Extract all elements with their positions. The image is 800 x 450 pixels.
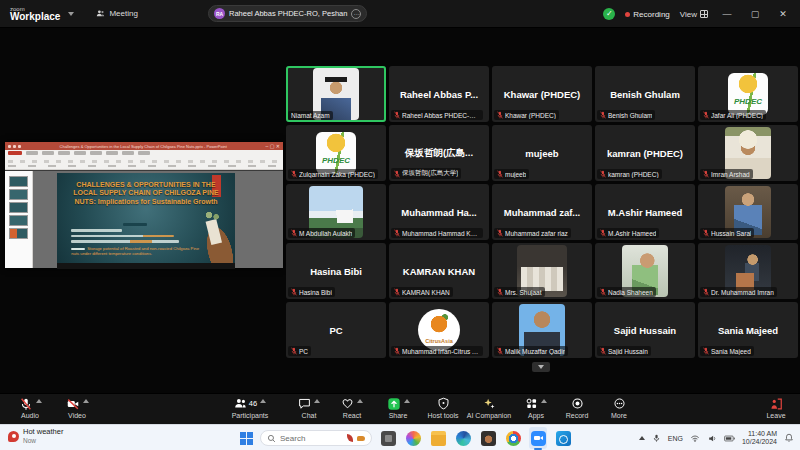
participant-name-label: 保坂哲朗(広島大学) bbox=[391, 168, 461, 179]
search-placeholder: Search bbox=[280, 434, 343, 443]
wifi-icon[interactable] bbox=[690, 434, 700, 443]
participant-tile[interactable]: Muhammad Ha... Muhammad Hammad Khalid bbox=[389, 184, 489, 240]
maximize-button[interactable]: ▢ bbox=[746, 9, 764, 19]
taskbar-app-zoom[interactable] bbox=[529, 427, 547, 449]
participants-options-chevron[interactable] bbox=[260, 399, 266, 403]
tray-mic-icon[interactable] bbox=[652, 433, 661, 443]
slide-thumbnail[interactable] bbox=[9, 189, 28, 200]
leave-button[interactable]: Leave bbox=[748, 396, 800, 424]
participant-tile[interactable]: mujeeb mujeeb bbox=[492, 125, 592, 181]
participant-tile[interactable]: Hussain Saral bbox=[698, 184, 798, 240]
participant-tile[interactable]: Muhammad zaf... Muhammad zafar riaz bbox=[492, 184, 592, 240]
participants-button[interactable]: 46 Participants bbox=[222, 396, 278, 424]
participant-tile[interactable]: Sajid Hussain Sajid Hussain bbox=[595, 302, 695, 358]
muted-mic-icon bbox=[291, 347, 297, 355]
participant-tile[interactable]: Raheel Abbas P... Raheel Abbas PHDEC-RO,… bbox=[389, 66, 489, 122]
view-button[interactable]: View bbox=[680, 10, 708, 19]
participant-tile[interactable]: M.Ashir Hameed M.Ashir Hameed bbox=[595, 184, 695, 240]
tab-meeting[interactable]: Meeting bbox=[96, 9, 137, 18]
taskbar-app-chrome[interactable] bbox=[504, 427, 522, 449]
slide-thumbnail-panel[interactable] bbox=[5, 171, 33, 268]
participant-tile[interactable]: PHDEC Jafar Ali (PHDEC) bbox=[698, 66, 798, 122]
muted-mic-icon bbox=[600, 288, 606, 296]
logo-workplace-text: Workplace bbox=[10, 12, 60, 22]
participant-tile[interactable]: PC PC bbox=[286, 302, 386, 358]
collapse-gallery-button[interactable] bbox=[532, 362, 550, 372]
participant-tile[interactable]: 保坂哲朗(広島... 保坂哲朗(広島大学) bbox=[389, 125, 489, 181]
host-tools-label: Host tools bbox=[427, 412, 458, 419]
participant-tile[interactable]: M Abdullah Aulakh bbox=[286, 184, 386, 240]
participant-name-label: Mrs. Shujaat bbox=[494, 287, 545, 297]
participant-tile[interactable]: kamran (PHDEC) kamran (PHDEC) bbox=[595, 125, 695, 181]
ribbon-tabs bbox=[8, 151, 150, 155]
participant-tile[interactable]: Dr. Muhammad Imran bbox=[698, 243, 798, 299]
task-view-button[interactable] bbox=[379, 427, 397, 449]
minimize-button[interactable]: — bbox=[718, 9, 736, 19]
security-shield-icon[interactable]: ✓ bbox=[603, 8, 615, 20]
video-options-chevron[interactable] bbox=[83, 399, 89, 403]
taskbar-app-edge[interactable] bbox=[454, 427, 472, 449]
video-button[interactable]: Video bbox=[49, 396, 105, 424]
participant-tile[interactable]: Khawar (PHDEC) Khawar (PHDEC) bbox=[492, 66, 592, 122]
apps-options-chevron[interactable] bbox=[541, 399, 547, 403]
taskbar-app-store[interactable] bbox=[479, 427, 497, 449]
search-daily-icon bbox=[357, 436, 365, 441]
participant-tile[interactable]: Niamat Azam bbox=[286, 66, 386, 122]
participant-tile[interactable]: Mrs. Shujaat bbox=[492, 243, 592, 299]
participant-tile[interactable]: PHDEC Zulqarnain Zaka (PHDEC) bbox=[286, 125, 386, 181]
more-button[interactable]: More bbox=[591, 396, 647, 424]
participant-tile[interactable]: Imran Arshad bbox=[698, 125, 798, 181]
participant-name-label: Zulqarnain Zaka (PHDEC) bbox=[288, 169, 378, 179]
participants-icon bbox=[234, 397, 247, 410]
muted-mic-icon bbox=[497, 111, 503, 119]
taskbar-app-outlook[interactable] bbox=[554, 427, 572, 449]
participants-count: 46 bbox=[249, 399, 257, 408]
start-button[interactable] bbox=[240, 432, 253, 445]
current-user-pill[interactable]: RA Raheel Abbas PHDEC-RO, Peshan ⋯ bbox=[208, 5, 367, 22]
participant-tile[interactable]: Sania Majeed Sania Majeed bbox=[698, 302, 798, 358]
participant-name-text: Muhammad zafar riaz bbox=[505, 230, 568, 237]
participant-tile[interactable]: KAMRAN KHAN KAMRAN KHAN bbox=[389, 243, 489, 299]
taskbar-app-file-explorer[interactable] bbox=[429, 427, 447, 449]
powerpoint-window-controls[interactable]: – ▢ ✕ bbox=[266, 144, 280, 149]
more-ellipsis-icon bbox=[613, 397, 626, 410]
ellipsis-icon[interactable]: ⋯ bbox=[351, 9, 361, 19]
participant-name-label: M Abdullah Aulakh bbox=[288, 228, 355, 238]
participant-tile[interactable]: Benish Ghulam Benish Ghulam bbox=[595, 66, 695, 122]
audio-options-chevron[interactable] bbox=[36, 399, 42, 403]
react-options-chevron[interactable] bbox=[357, 399, 363, 403]
participant-tile[interactable]: Malik Muzaffar Qadir bbox=[492, 302, 592, 358]
slide-thumbnail[interactable] bbox=[9, 202, 28, 213]
language-indicator[interactable]: ENG bbox=[668, 435, 683, 442]
taskbar-app-copilot[interactable] bbox=[404, 427, 422, 449]
participant-name-text: Jafar Ali (PHDEC) bbox=[711, 112, 763, 119]
notifications-bell-icon[interactable] bbox=[784, 433, 794, 443]
close-button[interactable]: ✕ bbox=[774, 9, 792, 19]
slide-thumbnail[interactable] bbox=[9, 176, 28, 187]
participant-tile[interactable]: Nadia Shaheen bbox=[595, 243, 695, 299]
speaker-icon[interactable] bbox=[707, 434, 717, 443]
participant-display-name: Sania Majeed bbox=[716, 325, 780, 336]
taskbar-clock[interactable]: 11:40 AM 10/24/2024 bbox=[742, 430, 777, 447]
slide-thumbnail[interactable] bbox=[9, 215, 28, 226]
windows-taskbar: Hot weather Now Search ENG bbox=[0, 424, 800, 450]
more-label: More bbox=[611, 412, 627, 419]
participant-tile[interactable]: Hasina Bibi Hasina Bibi bbox=[286, 243, 386, 299]
edge-icon bbox=[456, 431, 471, 446]
recording-label: Recording bbox=[633, 10, 669, 19]
participant-name-text: Malik Muzaffar Qadir bbox=[505, 348, 565, 355]
taskbar-search[interactable]: Search bbox=[260, 430, 372, 446]
participant-name-label: Muhammad zafar riaz bbox=[494, 228, 571, 238]
taskbar-weather-widget[interactable]: Hot weather Now bbox=[8, 428, 63, 444]
chevron-down-icon[interactable] bbox=[68, 12, 74, 16]
chat-options-chevron[interactable] bbox=[314, 399, 320, 403]
muted-mic-icon bbox=[394, 229, 400, 237]
powerpoint-ribbon[interactable] bbox=[5, 150, 283, 170]
battery-icon[interactable] bbox=[724, 434, 735, 443]
participant-tile[interactable]: CitrusAsia Muhammad Irfan-Citrus Asi... bbox=[389, 302, 489, 358]
tray-overflow-chevron[interactable] bbox=[639, 436, 645, 440]
slide-thumbnail[interactable] bbox=[9, 228, 28, 239]
participant-name-label: Niamat Azam bbox=[288, 111, 333, 120]
share-options-chevron[interactable] bbox=[404, 399, 410, 403]
participant-name-text: Sania Majeed bbox=[711, 348, 751, 355]
